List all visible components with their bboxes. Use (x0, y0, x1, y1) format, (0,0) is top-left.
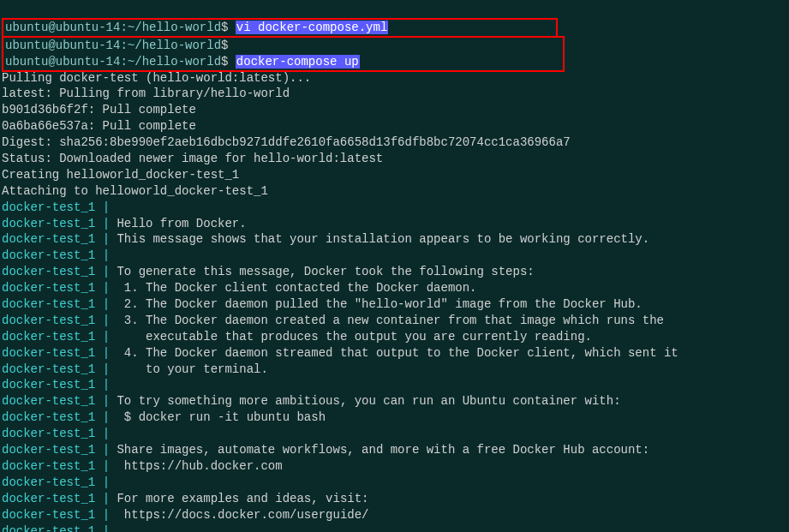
output-layer2: 0a6ba66e537a: Pull complete (2, 119, 196, 133)
prompt-user: ubuntu@ubuntu-14 (5, 21, 120, 34)
service-label: docker-test_1 (2, 200, 95, 214)
command-1: vi docker-compose.yml (236, 21, 388, 34)
output-layer1: b901d36b6f2f: Pull complete (2, 103, 196, 117)
output-digest: Digest: sha256:8be990ef2aeb16dbcb9271ddf… (2, 135, 571, 149)
output-creating: Creating helloworld_docker-test_1 (2, 168, 239, 182)
output-attaching: Attaching to helloworld_docker-test_1 (2, 184, 268, 198)
hello-message: Hello from Docker. (117, 217, 246, 230)
command-2: docker-compose up (236, 55, 360, 69)
output-pulling: Pulling docker-test (hello-world:latest)… (2, 71, 311, 85)
prompt-path: ~/hello-world (128, 21, 221, 34)
command-highlight-2: ubuntu@ubuntu-14:~/hello-world$ ubuntu@u… (2, 36, 565, 72)
output-status: Status: Downloaded newer image for hello… (2, 152, 383, 165)
terminal-output[interactable]: ubuntu@ubuntu-14:~/hello-world$ vi docke… (2, 2, 787, 532)
output-latest: latest: Pulling from library/hello-world (2, 87, 290, 100)
command-highlight-1: ubuntu@ubuntu-14:~/hello-world$ vi docke… (2, 18, 558, 38)
